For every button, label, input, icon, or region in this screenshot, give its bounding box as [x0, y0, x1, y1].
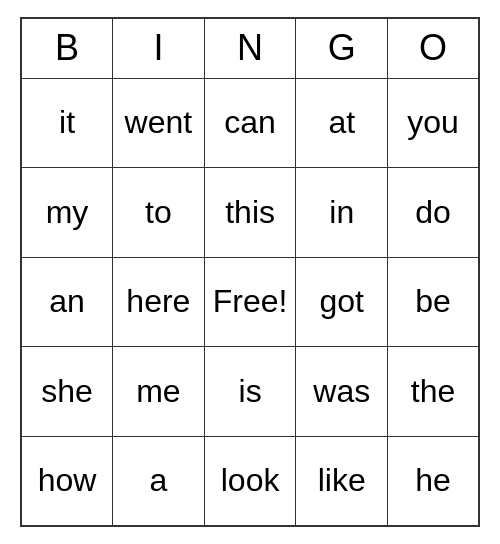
cell-0-4: you — [388, 78, 480, 168]
table-row: itwentcanatyou — [21, 78, 479, 168]
cell-1-4: do — [388, 168, 480, 258]
table-row: mytothisindo — [21, 168, 479, 258]
bingo-card: B I N G O itwentcanatyoumytothisindoanhe… — [20, 17, 480, 527]
table-row: howalooklikehe — [21, 436, 479, 526]
cell-4-0: how — [21, 436, 113, 526]
cell-0-1: went — [113, 78, 205, 168]
cell-1-0: my — [21, 168, 113, 258]
cell-4-1: a — [113, 436, 205, 526]
cell-3-0: she — [21, 347, 113, 437]
cell-1-1: to — [113, 168, 205, 258]
cell-1-3: in — [296, 168, 388, 258]
cell-3-3: was — [296, 347, 388, 437]
cell-4-4: he — [388, 436, 480, 526]
col-b: B — [21, 18, 113, 78]
cell-0-3: at — [296, 78, 388, 168]
cell-4-3: like — [296, 436, 388, 526]
col-o: O — [388, 18, 480, 78]
cell-3-4: the — [388, 347, 480, 437]
cell-0-2: can — [204, 78, 296, 168]
col-i: I — [113, 18, 205, 78]
cell-2-3: got — [296, 257, 388, 347]
cell-2-0: an — [21, 257, 113, 347]
cell-2-1: here — [113, 257, 205, 347]
cell-2-4: be — [388, 257, 480, 347]
table-row: shemeiswasthe — [21, 347, 479, 437]
cell-0-0: it — [21, 78, 113, 168]
table-row: anhereFree!gotbe — [21, 257, 479, 347]
col-g: G — [296, 18, 388, 78]
cell-4-2: look — [204, 436, 296, 526]
header-row: B I N G O — [21, 18, 479, 78]
col-n: N — [204, 18, 296, 78]
cell-3-2: is — [204, 347, 296, 437]
cell-1-2: this — [204, 168, 296, 258]
cell-2-2: Free! — [204, 257, 296, 347]
cell-3-1: me — [113, 347, 205, 437]
